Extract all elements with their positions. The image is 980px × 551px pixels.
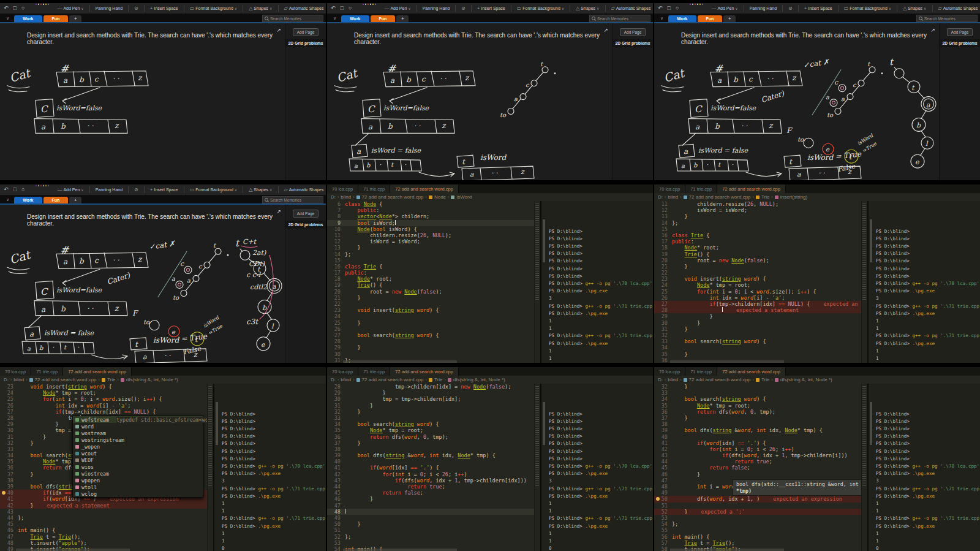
whiteboard-canvas[interactable]: Design insert and search methods with Tr…	[0, 23, 285, 180]
editor-tab[interactable]: 70 lca.cpp	[327, 184, 358, 193]
board-switcher-icon[interactable]: ∨	[6, 197, 9, 202]
board-switcher-icon[interactable]: ∨	[333, 16, 336, 21]
expand-icon[interactable]: ↗	[930, 27, 935, 33]
tab-work[interactable]: Work	[668, 15, 696, 22]
tab-fun[interactable]: Fun	[43, 15, 69, 22]
minimap[interactable]	[861, 384, 867, 551]
automatic-shapes-button[interactable]: ▱Automatic Shapes	[282, 6, 326, 11]
add-page-button[interactable]: Add Page	[620, 28, 646, 36]
breadcrumb-segment[interactable]: Node	[434, 194, 446, 200]
autocomplete-item[interactable]: wostream	[73, 430, 203, 436]
undo-icon[interactable]: ↶	[2, 6, 10, 11]
code-editor[interactable]: 23 void insert(string word) {24 Node* tm…	[0, 384, 207, 551]
terminal-scrollbar[interactable]	[870, 219, 872, 262]
format-background-button[interactable]: ▭Format Background∨	[188, 187, 239, 192]
shapes-button[interactable]: △Shapes∨	[574, 6, 601, 11]
autocomplete-item[interactable]: wcout	[73, 450, 203, 457]
minimap[interactable]	[534, 384, 540, 551]
attach-button[interactable]: ⊘	[132, 187, 140, 192]
add-board-tab[interactable]: +	[69, 15, 81, 22]
breadcrumb-segment[interactable]: dfs(string &, int, Node *)	[780, 377, 832, 382]
panning-hand-button[interactable]: Panning Hand	[94, 188, 124, 192]
select-icon[interactable]: □	[12, 187, 18, 192]
autocomplete-dropdown[interactable]: wofstreamtypedef std::basic_ofstream<wch…	[72, 416, 203, 498]
terminal-scrollbar[interactable]	[543, 402, 545, 445]
breadcrumb-segment[interactable]: 72 add and search word.cpp	[35, 377, 97, 382]
board-switcher-icon[interactable]: ∨	[6, 16, 9, 21]
lasso-icon[interactable]: ○	[20, 187, 26, 192]
editor-tab[interactable]: 72 add and search word.cpp	[717, 367, 786, 376]
horizontal-scrollbar[interactable]	[343, 360, 457, 363]
editor-tab[interactable]: 72 add and search word.cpp	[390, 367, 459, 376]
insert-space-button[interactable]: +Insert Space	[802, 6, 834, 11]
page-list-item[interactable]: 2D Grid problems	[612, 39, 653, 47]
select-icon[interactable]: □	[666, 6, 672, 11]
breadcrumb-segment[interactable]: D:	[331, 377, 336, 382]
add-pen-button[interactable]: —Add Pen∨	[55, 187, 85, 192]
editor-tab[interactable]: 71 trie.cpp	[685, 184, 717, 193]
autocomplete-item[interactable]: wtoll	[73, 484, 203, 490]
breadcrumb-segment[interactable]: D:	[658, 194, 663, 200]
panning-hand-button[interactable]: Panning Hand	[748, 6, 778, 10]
insert-space-button[interactable]: +Insert Space	[148, 6, 180, 11]
terminal-pane[interactable]: PS D:\blind>PS D:\blind>PS D:\blind>PS D…	[213, 384, 326, 551]
whiteboard-canvas[interactable]: Design insert and search methods with Tr…	[327, 23, 612, 180]
breadcrumb-segment[interactable]: dfs(string &, int, Node *)	[453, 377, 505, 382]
terminal-pane[interactable]: PS D:\blind>PS D:\blind>PS D:\blind>PS D…	[540, 201, 653, 363]
terminal-pane[interactable]: PS D:\blind>PS D:\blind>PS D:\blind>PS D…	[540, 384, 653, 551]
horizontal-scrollbar[interactable]	[343, 549, 457, 551]
format-background-button[interactable]: ▭Format Background∨	[515, 6, 566, 11]
autocomplete-item[interactable]: wiostream	[73, 470, 203, 477]
breadcrumb-segment[interactable]: D:	[658, 377, 663, 382]
breadcrumb-segment[interactable]: dfs(string &, int, Node *)	[126, 377, 178, 382]
add-page-button[interactable]: Add Page	[947, 28, 973, 36]
add-page-button[interactable]: Add Page	[293, 28, 319, 36]
minimap[interactable]	[207, 384, 213, 551]
editor-tab[interactable]: 70 lca.cpp	[654, 367, 685, 376]
breadcrumb-segment[interactable]: D:	[4, 377, 9, 382]
horizontal-scrollbar[interactable]	[670, 549, 784, 551]
editor-tab[interactable]: 72 add and search word.cpp	[717, 184, 786, 193]
breadcrumb-segment[interactable]: Trie	[761, 377, 769, 382]
code-editor[interactable]: 32 }3334 bool search(string word) {35 No…	[654, 384, 861, 551]
attach-button[interactable]: ⊘	[459, 6, 467, 11]
autocomplete-item[interactable]: WEOF	[73, 457, 203, 463]
editor-tab[interactable]: 71 trie.cpp	[358, 367, 390, 376]
editor-tab[interactable]: 71 trie.cpp	[685, 367, 717, 376]
expand-icon[interactable]: ↗	[276, 27, 281, 33]
breadcrumb-segment[interactable]: 72 add and search word.cpp	[689, 377, 751, 382]
automatic-shapes-button[interactable]: ▱Automatic Shapes	[609, 6, 653, 11]
code-editor[interactable]: 6class Node {7 public:8 vector<Node*> ch…	[327, 201, 534, 363]
automatic-shapes-button[interactable]: ▱Automatic Shapes	[937, 6, 980, 11]
editor-tab[interactable]: 70 lca.cpp	[327, 367, 358, 376]
tab-fun[interactable]: Fun	[698, 15, 723, 22]
terminal-scrollbar[interactable]	[543, 219, 545, 262]
editor-tab[interactable]: 71 trie.cpp	[358, 184, 390, 193]
editor-tab[interactable]: 72 add and search word.cpp	[63, 367, 132, 376]
tab-fun[interactable]: Fun	[43, 197, 69, 203]
tab-fun[interactable]: Fun	[371, 15, 396, 22]
breadcrumb-segment[interactable]: Trie	[107, 377, 115, 382]
editor-tab[interactable]: 70 lca.cpp	[0, 367, 31, 376]
page-list-item[interactable]: 2D Grid problems	[285, 221, 326, 229]
whiteboard-canvas[interactable]: Design insert and search methods with Tr…	[0, 205, 285, 363]
whiteboard-canvas[interactable]: Design insert and search methods with Tr…	[654, 23, 939, 180]
breadcrumb-segment[interactable]: Trie	[761, 194, 769, 200]
breadcrumb-segment[interactable]: 72 add and search word.cpp	[362, 194, 424, 200]
code-editor[interactable]: 28 tmp->childern[idx] = new Node(false);…	[327, 384, 534, 551]
tab-work[interactable]: Work	[341, 15, 369, 22]
lasso-icon[interactable]: ○	[674, 6, 680, 11]
page-list-item[interactable]: 2D Grid problems	[285, 39, 326, 47]
add-board-tab[interactable]: +	[396, 15, 409, 22]
lasso-icon[interactable]: ○	[20, 6, 26, 11]
autocomplete-item[interactable]: _wopen	[73, 443, 203, 450]
panning-hand-button[interactable]: Panning Hand	[94, 6, 124, 10]
page-list-item[interactable]: 2D Grid problems	[940, 39, 980, 47]
tab-work[interactable]: Work	[14, 197, 42, 203]
breadcrumb-segment[interactable]: 72 add and search word.cpp	[362, 377, 424, 382]
add-page-button[interactable]: Add Page	[293, 210, 319, 218]
format-background-button[interactable]: ▭Format Background∨	[842, 6, 893, 11]
breadcrumb-segment[interactable]: blind	[668, 194, 678, 200]
add-board-tab[interactable]: +	[723, 15, 736, 22]
breadcrumb-segment[interactable]: blind	[13, 377, 24, 382]
